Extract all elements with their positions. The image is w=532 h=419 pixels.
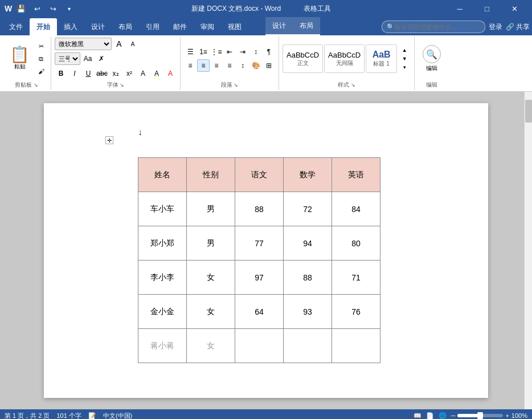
window-controls: ─ □ ✕ — [447, 0, 527, 17]
style-no-spacing[interactable]: AaBbCcD 无间隔 — [324, 44, 365, 73]
cell-name-4[interactable]: 金小金 — [138, 295, 187, 329]
minimize-button[interactable]: ─ — [447, 0, 473, 17]
cell-english-3[interactable]: 71 — [332, 261, 380, 295]
align-right-btn[interactable]: ≡ — [210, 59, 223, 72]
view-print-btn[interactable]: 📄 — [426, 412, 434, 420]
zoom-out-btn[interactable]: ─ — [451, 412, 456, 419]
cell-chinese-4[interactable]: 64 — [235, 295, 284, 329]
style-no-spacing-label: 无间隔 — [336, 59, 353, 67]
borders-btn[interactable]: ⊞ — [263, 59, 275, 72]
increase-indent-btn[interactable]: ⇥ — [236, 46, 249, 58]
tab-insert[interactable]: 插入 — [57, 18, 84, 35]
cell-name-1[interactable]: 车小车 — [138, 192, 187, 226]
italic-button[interactable]: I — [68, 67, 81, 80]
redo-quick-btn[interactable]: ↪ — [46, 2, 60, 15]
tab-home[interactable]: 开始 — [30, 18, 57, 35]
paste-button[interactable]: 📋 粘贴 — [6, 45, 34, 72]
tab-table-design[interactable]: 设计 — [265, 17, 293, 34]
tab-references[interactable]: 引用 — [139, 18, 166, 35]
style-normal[interactable]: AaBbCcD 正文 — [283, 44, 323, 73]
cell-gender-3[interactable]: 女 — [187, 261, 235, 295]
strikethrough-button[interactable]: abc — [96, 67, 108, 80]
cut-button[interactable]: ✂ — [35, 40, 47, 52]
scrollbar-thumb[interactable] — [525, 100, 532, 123]
styles-label: 样式 ↘ — [338, 81, 355, 89]
search-input[interactable] — [395, 23, 480, 30]
cell-chinese-3[interactable]: 97 — [235, 261, 284, 295]
tab-design[interactable]: 设计 — [84, 18, 112, 35]
font-size-increase-btn[interactable]: A — [126, 38, 139, 50]
cell-math-5[interactable] — [284, 329, 332, 363]
styles-scroll-up-btn[interactable]: ▲ — [398, 46, 411, 55]
bullets-btn[interactable]: ☰ — [184, 46, 197, 58]
subscript-button[interactable]: x₂ — [109, 67, 122, 80]
cell-chinese-5[interactable] — [235, 329, 284, 363]
cell-gender-5[interactable]: 女 — [187, 329, 235, 363]
font-size-decrease-btn[interactable]: A — [113, 38, 125, 50]
clear-format-btn[interactable]: ✗ — [95, 52, 108, 65]
cell-math-3[interactable]: 88 — [284, 261, 332, 295]
spell-check-icon[interactable]: 📝 — [88, 412, 96, 420]
cell-english-4[interactable]: 76 — [332, 295, 380, 329]
tab-file[interactable]: 文件 — [2, 18, 30, 35]
view-web-btn[interactable]: 🌐 — [439, 412, 447, 420]
justify-btn[interactable]: ≡ — [223, 59, 236, 72]
customize-quick-btn[interactable]: ▾ — [62, 2, 76, 15]
style-heading1[interactable]: AaB 标题 1 — [366, 44, 397, 73]
zoom-in-btn[interactable]: + — [505, 412, 509, 419]
cell-chinese-2[interactable]: 77 — [235, 226, 284, 261]
zoom-thumb[interactable] — [477, 412, 483, 419]
copy-button[interactable]: ⧉ — [35, 53, 47, 64]
login-btn[interactable]: 登录 — [489, 22, 502, 32]
bold-button[interactable]: B — [55, 67, 67, 80]
cell-name-3[interactable]: 李小李 — [138, 261, 187, 295]
show-marks-btn[interactable]: ¶ — [263, 46, 275, 58]
font-family-select[interactable]: 微软雅黑 — [55, 38, 112, 50]
undo-quick-btn[interactable]: ↩ — [30, 2, 44, 15]
cell-gender-1[interactable]: 男 — [187, 192, 235, 226]
styles-scroll-down-btn[interactable]: ▼ — [398, 55, 411, 63]
tab-mailings[interactable]: 邮件 — [166, 18, 194, 35]
highlight-btn[interactable]: A — [150, 67, 163, 80]
share-btn[interactable]: 🔗 共享 — [506, 22, 530, 32]
cell-english-1[interactable]: 84 — [332, 192, 380, 226]
save-quick-btn[interactable]: 💾 — [14, 2, 28, 15]
cell-name-2[interactable]: 郑小郑 — [138, 226, 187, 261]
underline-button[interactable]: U — [82, 67, 95, 80]
tab-view[interactable]: 视图 — [221, 18, 248, 35]
cell-english-2[interactable]: 80 — [332, 226, 380, 261]
text-effect-btn[interactable]: A — [137, 67, 149, 80]
vertical-scrollbar[interactable] — [524, 92, 532, 409]
cell-gender-2[interactable]: 男 — [187, 226, 235, 261]
styles-more-btn[interactable]: ▾ — [398, 63, 411, 72]
font-color-btn[interactable]: A — [164, 67, 177, 80]
cell-english-5[interactable] — [332, 329, 380, 363]
font-size-select[interactable]: 三号 — [55, 52, 80, 65]
zoom-slider[interactable] — [457, 414, 503, 417]
tab-layout[interactable]: 布局 — [112, 18, 139, 35]
sort-btn[interactable]: ↕ — [249, 46, 262, 58]
cell-name-5[interactable]: 蒋小蒋 — [138, 329, 187, 363]
close-button[interactable]: ✕ — [501, 0, 527, 17]
find-search-btn[interactable]: 🔍 — [423, 45, 441, 63]
cell-gender-4[interactable]: 女 — [187, 295, 235, 329]
cell-chinese-1[interactable]: 88 — [235, 192, 284, 226]
cell-math-4[interactable]: 93 — [284, 295, 332, 329]
shading-btn[interactable]: 🎨 — [249, 59, 262, 72]
align-center-btn[interactable]: ≡ — [197, 59, 210, 72]
tab-table-layout[interactable]: 布局 — [293, 17, 320, 34]
maximize-button[interactable]: □ — [474, 0, 500, 17]
multilevel-btn[interactable]: ⋮≡ — [210, 46, 223, 58]
view-read-btn[interactable]: 📖 — [414, 412, 421, 420]
cell-math-1[interactable]: 72 — [284, 192, 332, 226]
align-left-btn[interactable]: ≡ — [184, 59, 197, 72]
cell-math-2[interactable]: 94 — [284, 226, 332, 261]
line-spacing-btn[interactable]: ↕ — [236, 59, 249, 72]
tab-review[interactable]: 审阅 — [194, 18, 221, 35]
numbering-btn[interactable]: 1≡ — [197, 46, 210, 58]
table-move-handle[interactable]: ✛ — [105, 136, 113, 144]
superscript-button[interactable]: x² — [123, 67, 136, 80]
format-painter-button[interactable]: 🖌 — [35, 66, 47, 77]
decrease-indent-btn[interactable]: ⇤ — [223, 46, 236, 58]
grow-font-btn[interactable]: Aa — [81, 52, 94, 65]
